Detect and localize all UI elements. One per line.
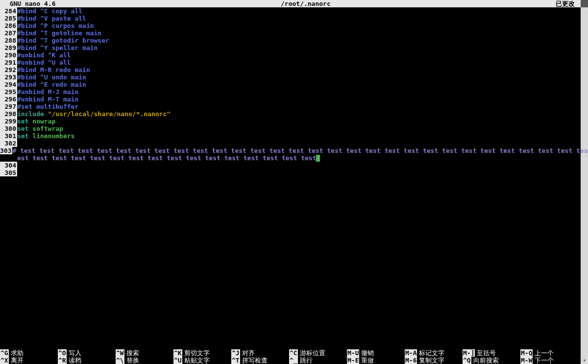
line-number <box>0 154 17 162</box>
code-span: include <box>17 110 48 118</box>
editor-line[interactable]: 294#bind ^E redo main <box>0 81 581 88</box>
shortcut-key: ^U <box>173 357 182 364</box>
line-number: 293 <box>0 73 17 81</box>
code-text[interactable]: #bind ^C copy all <box>17 7 82 15</box>
editor-line[interactable]: 297#set multibuffer <box>0 103 581 110</box>
editor-line[interactable]: 290#unbind ^K all <box>0 51 581 59</box>
shortcut-item: ^O写入 <box>58 349 116 357</box>
code-span: #bind ^P curpos main <box>17 22 94 29</box>
shortcut-item: M-U撤销 <box>347 349 405 357</box>
editor-line[interactable]: 295#unbind M-J main <box>0 88 581 96</box>
code-text[interactable]: #bind ^E redo main <box>17 81 86 88</box>
shortcut-key: ^J <box>231 349 240 357</box>
scrollbar[interactable]: ▴ ▾ <box>581 0 588 364</box>
shortcut-label: 上一个 <box>535 349 554 357</box>
code-text[interactable]: #unbind M-J main <box>17 88 78 96</box>
code-span: #bind ^Y speller main <box>17 44 98 51</box>
editor-line[interactable]: 298include "/usr/local/share/nano/*.nano… <box>0 110 581 118</box>
shortcut-key: ^T <box>231 357 240 364</box>
file-path: /root/.nanorc <box>281 0 331 7</box>
line-number: 285 <box>0 15 17 22</box>
editor-line[interactable]: 302 <box>0 140 581 147</box>
code-text[interactable]: #bind ^V paste all <box>17 15 86 22</box>
code-text[interactable]: #bind ^U undo main <box>17 73 86 81</box>
shortcut-key: M-E <box>347 357 359 364</box>
shortcut-item: M-A标记文字 <box>405 349 463 357</box>
editor-line[interactable]: 301set linenumbers <box>0 132 581 140</box>
editor-line[interactable]: 300set softwrap <box>0 125 581 132</box>
code-text[interactable]: set softwrap <box>17 125 63 132</box>
code-text[interactable]: #bind M-R redo main <box>17 66 90 73</box>
code-span: set <box>17 125 32 132</box>
line-number: 297 <box>0 103 17 110</box>
shortcut-label: 下一个 <box>535 357 554 364</box>
editor-line[interactable]: 305 <box>0 169 581 176</box>
editor-line[interactable]: 293#bind ^U undo main <box>0 73 581 81</box>
code-text[interactable]: # test test test test test test test tes… <box>12 147 588 154</box>
editor-area[interactable]: 284#bind ^C copy all285#bind ^V paste al… <box>0 7 581 176</box>
scroll-down-icon[interactable]: ▾ <box>581 357 588 364</box>
editor-line[interactable]: 285#bind ^V paste all <box>0 15 581 22</box>
shortcut-label: 跳行 <box>300 357 313 364</box>
shortcut-label: 至括号 <box>477 349 496 357</box>
code-text[interactable]: #bind ^T gotodir browser <box>17 37 109 44</box>
code-span: #unbind ^U all <box>17 59 71 66</box>
code-text[interactable]: #bind ^T gotoline main <box>17 29 101 37</box>
code-text[interactable]: est test test test test test test test t… <box>17 154 320 162</box>
line-number: 292 <box>0 66 17 73</box>
shortcut-key: ^O <box>58 349 67 357</box>
code-text[interactable]: #unbind ^K all <box>17 51 71 59</box>
editor-line[interactable]: 304 <box>0 162 581 169</box>
code-span: #bind M-R redo main <box>17 66 90 73</box>
shortcut-label: 向前搜索 <box>473 357 499 364</box>
file-status: 已更改 <box>556 0 579 7</box>
editor-line[interactable]: 299set nowrap <box>0 118 581 125</box>
editor-line[interactable]: est test test test test test test test t… <box>0 154 581 162</box>
shortcut-item: M-Q上一个 <box>520 349 578 357</box>
code-text[interactable]: set nowrap <box>17 118 55 125</box>
code-text[interactable]: set linenumbers <box>17 132 74 140</box>
editor-line[interactable]: 286#bind ^P curpos main <box>0 22 581 29</box>
shortcut-row-2: ^X离开^R读档^\替换^U粘贴文字^T拼写检查^_跳行M-E重做M-6复制文字… <box>0 357 581 364</box>
line-number: 304 <box>0 162 17 169</box>
shortcut-key: ^R <box>58 357 67 364</box>
code-text[interactable]: #unbind M-T main <box>17 96 78 103</box>
shortcut-label: 读档 <box>69 357 81 364</box>
code-span: #bind ^T gotoline main <box>17 29 101 37</box>
shortcut-item: ^C游标位置 <box>289 349 347 357</box>
shortcut-label: 求助 <box>11 349 24 357</box>
shortcut-item: ^J对齐 <box>231 349 289 357</box>
code-span: #bind ^E redo main <box>17 81 86 88</box>
shortcut-item: ^W搜索 <box>116 349 173 357</box>
shortcut-label: 剪切文字 <box>184 349 210 357</box>
code-span: # test test test test test test test tes… <box>12 147 588 154</box>
code-text[interactable]: #set multibuffer <box>17 103 78 110</box>
line-number: 294 <box>0 81 17 88</box>
line-number: 287 <box>0 29 17 37</box>
editor-line[interactable]: 296#unbind M-T main <box>0 96 581 103</box>
line-number: 296 <box>0 96 17 103</box>
code-span: est test test test test test test test t… <box>17 154 316 162</box>
code-span: #unbind M-T main <box>17 96 78 103</box>
shortcut-item: M-E重做 <box>347 357 405 364</box>
shortcut-key: M-U <box>347 349 359 357</box>
line-number: 300 <box>0 125 17 132</box>
editor-line[interactable]: 303# test test test test test test test … <box>0 147 581 154</box>
code-text[interactable]: include "/usr/local/share/nano/*.nanorc" <box>17 110 171 118</box>
shortcut-key: ^X <box>0 357 9 364</box>
code-text[interactable]: #bind ^Y speller main <box>17 44 98 51</box>
editor-line[interactable]: 289#bind ^Y speller main <box>0 44 581 51</box>
code-text[interactable]: #unbind ^U all <box>17 59 71 66</box>
code-span: "/usr/local/share/nano/*.nanorc" <box>48 110 171 118</box>
shortcut-item: ^K剪切文字 <box>173 349 231 357</box>
shortcut-key: M-Q <box>520 349 533 357</box>
editor-line[interactable]: 288#bind ^T gotodir browser <box>0 37 581 44</box>
code-text[interactable]: #bind ^P curpos main <box>17 22 94 29</box>
shortcut-bar: ^G求助^O写入^W搜索^K剪切文字^J对齐^C游标位置M-U撤销M-A标记文字… <box>0 349 581 364</box>
editor-line[interactable]: 292#bind M-R redo main <box>0 66 581 73</box>
shortcut-label: 拼写检查 <box>242 357 268 364</box>
editor-line[interactable]: 291#unbind ^U all <box>0 59 581 66</box>
editor-line[interactable]: 284#bind ^C copy all <box>0 7 581 15</box>
scroll-thumb[interactable] <box>581 0 588 7</box>
editor-line[interactable]: 287#bind ^T gotoline main <box>0 29 581 37</box>
